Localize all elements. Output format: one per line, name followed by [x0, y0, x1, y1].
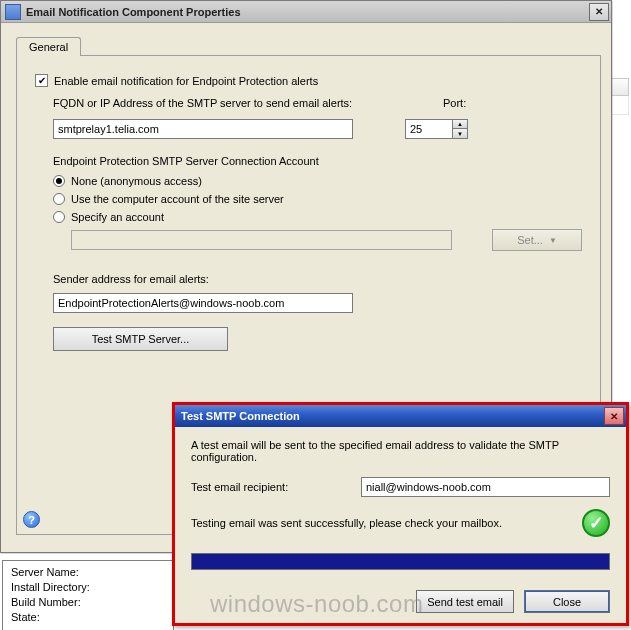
progress-bar — [191, 553, 610, 570]
test-smtp-button-label: Test SMTP Server... — [92, 333, 190, 345]
spinner-up-icon[interactable]: ▲ — [452, 119, 468, 129]
sender-input[interactable] — [53, 293, 353, 313]
dialog-title: Email Notification Component Properties — [26, 6, 589, 18]
fqdn-label: FQDN or IP Address of the SMTP server to… — [53, 97, 352, 109]
radio-specify-account[interactable] — [53, 211, 65, 223]
send-test-email-button[interactable]: Send test email — [416, 590, 514, 613]
port-spinner[interactable]: ▲ ▼ — [452, 119, 468, 139]
test-smtp-dialog: Test SMTP Connection ✕ A test email will… — [172, 402, 629, 626]
smtp-message: A test email will be sent to the specifi… — [191, 439, 610, 463]
radio-specify-label: Specify an account — [71, 211, 164, 223]
enable-label: Enable email notification for Endpoint P… — [54, 75, 318, 87]
info-server-name: Server Name: — [11, 565, 165, 580]
recipient-label: Test email recipient: — [191, 481, 361, 493]
info-state: State: — [11, 610, 165, 625]
info-build-number: Build Number: — [11, 595, 165, 610]
account-input — [71, 230, 452, 250]
set-button: Set... ▼ — [492, 229, 582, 251]
radio-none-label: None (anonymous access) — [71, 175, 202, 187]
app-icon — [5, 4, 21, 20]
smtp-titlebar[interactable]: Test SMTP Connection ✕ — [175, 405, 626, 427]
conn-account-label: Endpoint Protection SMTP Server Connecti… — [53, 155, 582, 167]
enable-checkbox[interactable]: ✔ — [35, 74, 48, 87]
tabstrip: General — [16, 33, 601, 55]
radio-computer-account[interactable] — [53, 193, 65, 205]
help-icon[interactable]: ? — [23, 511, 40, 528]
chevron-down-icon: ▼ — [549, 236, 557, 245]
radio-none[interactable] — [53, 175, 65, 187]
success-check-icon: ✓ — [582, 509, 610, 537]
test-smtp-button[interactable]: Test SMTP Server... — [53, 327, 228, 351]
info-install-dir: Install Directory: — [11, 580, 165, 595]
close-icon[interactable]: ✕ — [589, 3, 609, 21]
server-info-panel: Server Name: Install Directory: Build Nu… — [2, 560, 174, 630]
set-button-label: Set... — [517, 234, 543, 246]
fqdn-input[interactable] — [53, 119, 353, 139]
close-icon[interactable]: ✕ — [604, 407, 624, 425]
port-input[interactable] — [405, 119, 453, 139]
smtp-status-text: Testing email was sent successfully, ple… — [191, 517, 582, 529]
recipient-input[interactable] — [361, 477, 610, 497]
spinner-down-icon[interactable]: ▼ — [452, 129, 468, 139]
smtp-dialog-title: Test SMTP Connection — [181, 410, 604, 422]
port-label: Port: — [443, 97, 503, 109]
send-test-email-label: Send test email — [427, 596, 503, 608]
radio-computer-label: Use the computer account of the site ser… — [71, 193, 284, 205]
tab-general[interactable]: General — [16, 37, 81, 56]
close-button-label: Close — [553, 596, 581, 608]
titlebar[interactable]: Email Notification Component Properties … — [1, 1, 611, 23]
sender-label: Sender address for email alerts: — [53, 273, 582, 285]
close-button[interactable]: Close — [524, 590, 610, 613]
